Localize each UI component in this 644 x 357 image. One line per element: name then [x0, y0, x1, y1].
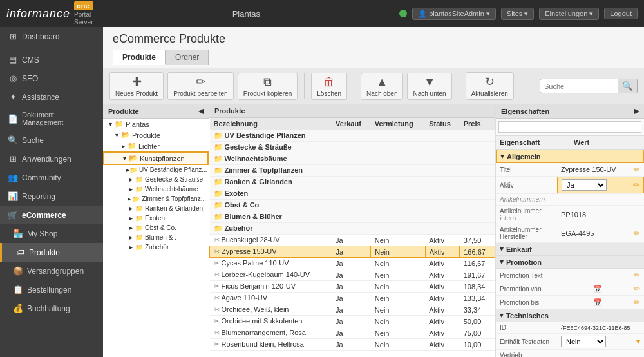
- table-row[interactable]: ✂Agave 110-UV Ja Nein Aktiv 133,34: [210, 293, 495, 304]
- col-verkauf[interactable]: Verkauf: [332, 118, 371, 130]
- sidebar-item-versandgruppen[interactable]: 📦 Versandgruppen: [0, 262, 103, 280]
- expand-icon[interactable]: ▶: [634, 107, 639, 115]
- table-row[interactable]: ✂Orchidee, Weiß, klein Ja Nein Aktiv 33,…: [210, 304, 495, 316]
- tree-item-blumen[interactable]: ▸ 📁 Blumen & .: [103, 233, 209, 242]
- table-row[interactable]: ✂Ficus Benjamin 120-UV Ja Nein Aktiv 108…: [210, 281, 495, 293]
- prop-col-wert: Wert: [570, 137, 644, 148]
- col-status[interactable]: Status: [425, 118, 460, 130]
- list-item[interactable]: 📁 Obst & Co: [210, 200, 495, 211]
- folder-icon: 📁: [214, 131, 223, 139]
- tree-item-obst[interactable]: ▸ 📁 Obst & Co.: [103, 223, 209, 233]
- move-up-button[interactable]: ▲ Nach oben: [361, 73, 403, 100]
- sidebar-item-ecommerce[interactable]: 🛒 eCommerce: [0, 206, 103, 224]
- sidebar-item-dashboard[interactable]: ⊞ Dashboard: [0, 27, 103, 46]
- table-row[interactable]: ✂Blumenarrangement, Rosa Ja Nein Aktiv 7…: [210, 327, 495, 339]
- sidebar-item-community[interactable]: 👥 Community: [0, 168, 103, 187]
- edit-icon[interactable]: ✏: [634, 165, 640, 174]
- list-item[interactable]: 📁 Gestecke & Sträuße: [210, 142, 495, 153]
- folder-icon: 📁: [135, 244, 143, 251]
- testdaten-select[interactable]: Nein Ja: [561, 336, 606, 347]
- list-item[interactable]: 📁 Ranken & Girlanden: [210, 177, 495, 188]
- list-item[interactable]: 📁 Blumen & Blüher: [210, 211, 495, 223]
- table-row[interactable]: ✂Buchskugel 28-UV Ja Nein Aktiv 37,50: [210, 235, 495, 246]
- tree-item-zubehor[interactable]: ▸ 📁 Zubehör: [103, 242, 209, 252]
- sidebar-item-cms[interactable]: ▤ CMS: [0, 50, 103, 69]
- calendar-icon[interactable]: 📅: [593, 298, 602, 307]
- properties-header: Eigenschaften ▶: [496, 104, 644, 119]
- user-menu[interactable]: 👤 plantasSiteAdmin ▾: [412, 8, 496, 20]
- tree-item-plantas[interactable]: ▾ 📁 Plantas: [103, 119, 209, 130]
- sidebar-item-bestellungen[interactable]: 📋 Bestellungen: [0, 280, 103, 299]
- table-row[interactable]: ✂Orchidee mit Sukkulenten Ja Nein Aktiv …: [210, 316, 495, 327]
- sidebar-item-assistance[interactable]: ✦ Assistance: [0, 88, 103, 106]
- col-vermietung[interactable]: Vermietung: [371, 118, 425, 130]
- sidebar-item-reporting[interactable]: 📊 Reporting: [0, 187, 103, 206]
- logout-button[interactable]: Logout: [604, 8, 638, 19]
- tree-item-produkte[interactable]: ▾ 📂 Produkte: [103, 130, 209, 140]
- tree-item-exoten[interactable]: ▸ 📁 Exoten: [103, 213, 209, 223]
- folder-icon: 📁: [115, 120, 124, 128]
- aktiv-select[interactable]: Ja Nein: [562, 179, 607, 191]
- prop-section-allgemein[interactable]: ▾ Allgemein: [496, 150, 644, 163]
- refresh-button[interactable]: ↻ Aktualisieren: [466, 72, 514, 100]
- calendar-icon[interactable]: 📅: [593, 285, 602, 293]
- properties-search-input[interactable]: [498, 121, 641, 133]
- tab-produkte[interactable]: Produkte: [113, 50, 166, 65]
- list-item[interactable]: 📁 Exoten: [210, 188, 495, 200]
- logo-text: informance: [6, 7, 70, 21]
- edit-icon[interactable]: ✏: [634, 229, 640, 238]
- list-item[interactable]: 📁 Zimmer & Topfpflanzen: [210, 165, 495, 177]
- sidebar-item-seo[interactable]: ◎ SEO: [0, 69, 103, 88]
- table-row[interactable]: ✂Rosenbund klein, Hellrosa Ja Nein Aktiv…: [210, 339, 495, 351]
- sidebar-item-dokument[interactable]: 📄 Dokument Management: [0, 106, 103, 131]
- tree-item-gestecke[interactable]: ▸ 📁 Gestecke & Sträuße: [103, 175, 209, 184]
- edit-icon[interactable]: ▾: [636, 337, 640, 346]
- collapse-icon[interactable]: ◀: [198, 107, 204, 115]
- move-down-button[interactable]: ▼ Nach unten: [407, 73, 451, 100]
- tree-item-lichter[interactable]: ▸ 📁 Lichter: [103, 140, 209, 151]
- tree-item-uv[interactable]: ▸ 📁 UV Beständige Pflanz...: [103, 165, 209, 175]
- sidebar-item-myshop[interactable]: 🏪 My Shop: [0, 224, 103, 243]
- list-item[interactable]: 📁 Weihnachtsbäume: [210, 153, 495, 165]
- settings-menu[interactable]: Einstellungen ▾: [539, 8, 599, 20]
- table-header-row: Bezeichnung Verkauf Vermietung Status Pr…: [210, 118, 495, 130]
- edit-icon[interactable]: ✏: [634, 284, 640, 293]
- tree-item-zimmer[interactable]: ▸ 📁 Zimmer & Topfpflanz...: [103, 194, 209, 204]
- table-row[interactable]: ✂Zypresse 150-UV Ja Nein Aktiv 166,67: [210, 246, 495, 258]
- list-item[interactable]: 📁 Zubehör: [210, 223, 495, 235]
- table-row[interactable]: ✂Lorbeer-Kugelbaum 140-UV Ja Nein Aktiv …: [210, 269, 495, 281]
- search-input[interactable]: [540, 81, 618, 92]
- new-product-button[interactable]: ✚ Neues Produkt: [109, 72, 164, 100]
- sidebar-item-anwendungen[interactable]: ⊞ Anwendungen: [0, 150, 103, 168]
- sidebar-item-suche[interactable]: 🔍 Suche: [0, 131, 103, 150]
- folder-icon: 📁: [214, 178, 223, 186]
- prop-label-artikelnummer-hersteller: Artikelnummer Hersteller: [496, 224, 557, 242]
- table-row[interactable]: ✂Cycas Palme 110-UV Ja Nein Aktiv 116,67: [210, 258, 495, 269]
- sidebar-item-produkte[interactable]: 🏷 Produkte: [0, 243, 103, 262]
- main-content: eCommerce Produkte Produkte Ordner ✚ Neu…: [103, 27, 644, 357]
- tree-item-kunstpflanzen[interactable]: ▾ 📂 Kunstpflanzen: [103, 151, 209, 165]
- sidebar-item-buchhaltung[interactable]: 💰 Buchhaltung: [0, 299, 103, 318]
- edit-product-button[interactable]: ✏ Produkt bearbeiten: [167, 72, 234, 100]
- edit-icon[interactable]: ✏: [633, 180, 639, 189]
- expand-icon: ▸: [126, 215, 135, 222]
- edit-icon[interactable]: ✏: [634, 271, 640, 280]
- tree-item-weihnacht[interactable]: ▸ 📁 Weihnachtsbäume: [103, 184, 209, 194]
- search-button[interactable]: 🔍: [618, 79, 637, 93]
- edit-icon[interactable]: ✏: [634, 298, 640, 307]
- col-bezeichnung[interactable]: Bezeichnung: [210, 118, 332, 130]
- prop-section-promotion[interactable]: ▾ Promotion: [496, 256, 644, 269]
- tab-ordner[interactable]: Ordner: [166, 50, 209, 65]
- list-item[interactable]: 📁 UV Beständige Pflanzen: [210, 130, 495, 142]
- prop-value-aktiv: Ja Nein ✏: [557, 177, 644, 193]
- sites-menu[interactable]: Sites ▾: [501, 8, 534, 20]
- delete-button[interactable]: 🗑 Löschen: [311, 73, 347, 100]
- prop-label-testdaten: Enthält Testdaten: [496, 336, 557, 347]
- tree-item-ranken[interactable]: ▸ 📁 Ranken & Girlanden: [103, 204, 209, 213]
- prop-section-einkauf[interactable]: ▾ Einkauf: [496, 243, 644, 256]
- col-preis[interactable]: Preis: [460, 118, 495, 130]
- prop-value-id: {FE6C4694-321C-11E6-85: [557, 323, 644, 333]
- prop-section-technisches[interactable]: ▾ Technisches: [496, 309, 644, 322]
- prop-row-testdaten: Enthält Testdaten Nein Ja ▾: [496, 334, 644, 350]
- copy-product-button[interactable]: ⧉ Produkt kopieren: [238, 73, 298, 100]
